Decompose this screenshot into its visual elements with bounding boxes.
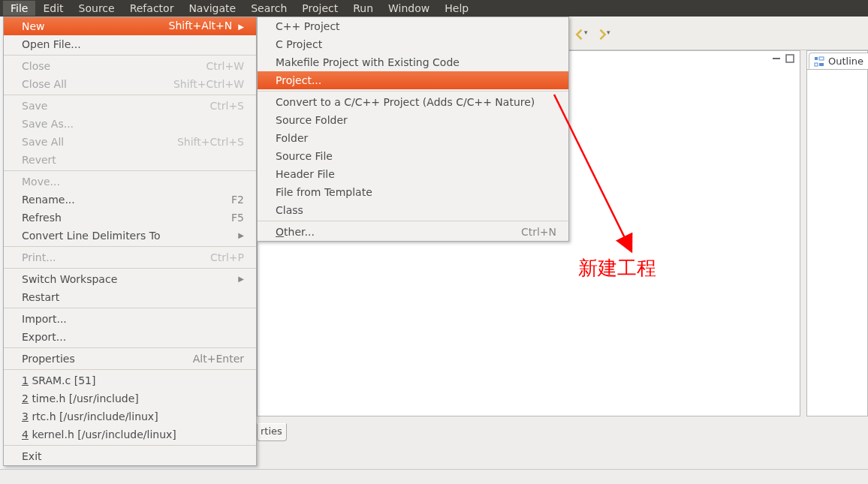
menu-separator	[4, 347, 256, 348]
file-import[interactable]: Import...	[4, 310, 256, 328]
file-new[interactable]: New Shift+Alt+N▶	[4, 17, 256, 35]
new-submenu: C++ Project C Project Makefile Project w…	[257, 17, 569, 242]
menu-separator	[4, 445, 256, 446]
menu-window[interactable]: Window	[381, 1, 437, 16]
svg-rect-1	[786, 55, 794, 62]
menu-separator	[4, 268, 256, 269]
outline-panel: Outline	[806, 50, 868, 416]
file-move[interactable]: Move...	[4, 173, 256, 191]
file-print[interactable]: Print...Ctrl+P	[4, 248, 256, 266]
submenu-arrow-icon: ▶	[238, 227, 244, 245]
menu-project[interactable]: Project	[294, 1, 345, 16]
new-other[interactable]: Other... Ctrl+N	[258, 223, 568, 241]
file-refresh[interactable]: RefreshF5	[4, 209, 256, 227]
file-restart[interactable]: Restart	[4, 288, 256, 306]
file-rename[interactable]: Rename...F2	[4, 191, 256, 209]
menu-run[interactable]: Run	[345, 1, 381, 16]
menubar: File Edit Source Refactor Navigate Searc…	[0, 0, 868, 17]
toolbar-back-icon[interactable]: ▾	[572, 27, 587, 39]
file-recent-3[interactable]: 4 kernel.h [/usr/include/linux]	[4, 425, 256, 443]
file-revert[interactable]: Revert	[4, 151, 256, 169]
menu-separator	[258, 221, 568, 221]
file-recent-1[interactable]: 2 time.h [/usr/include]	[4, 389, 256, 407]
file-properties[interactable]: PropertiesAlt+Enter	[4, 350, 256, 368]
file-recent-2[interactable]: 3 rtc.h [/usr/include/linux]	[4, 407, 256, 425]
status-bar	[0, 469, 868, 484]
new-makefile-project[interactable]: Makefile Project with Existing Code	[258, 53, 568, 71]
menu-file[interactable]: File	[3, 1, 35, 16]
svg-rect-3	[819, 57, 824, 60]
outline-tab-label: Outline	[828, 56, 863, 67]
file-close[interactable]: CloseCtrl+W	[4, 57, 256, 75]
toolbar-forward-icon[interactable]: ▾	[595, 27, 610, 39]
new-source-folder[interactable]: Source Folder	[258, 111, 568, 129]
file-new-label: New	[22, 17, 45, 35]
new-cpp-project[interactable]: C++ Project	[258, 17, 568, 35]
file-exit[interactable]: Exit	[4, 447, 256, 465]
svg-rect-4	[815, 63, 818, 66]
new-convert-to-cpp[interactable]: Convert to a C/C++ Project (Adds C/C++ N…	[258, 93, 568, 111]
new-header-file[interactable]: Header File	[258, 165, 568, 183]
file-save-all[interactable]: Save AllShift+Ctrl+S	[4, 133, 256, 151]
new-file-from-template[interactable]: File from Template	[258, 183, 568, 201]
file-save[interactable]: SaveCtrl+S	[4, 97, 256, 115]
new-c-project[interactable]: C Project	[258, 35, 568, 53]
menu-separator	[4, 170, 256, 171]
file-switch-workspace[interactable]: Switch Workspace▶	[4, 270, 256, 288]
submenu-arrow-icon: ▶	[238, 270, 244, 288]
file-open-file[interactable]: Open File...	[4, 35, 256, 53]
menu-edit[interactable]: Edit	[35, 1, 71, 16]
svg-rect-5	[819, 63, 824, 66]
outline-icon	[814, 56, 824, 67]
menu-help[interactable]: Help	[437, 1, 476, 16]
new-source-file[interactable]: Source File	[258, 147, 568, 165]
menu-refactor[interactable]: Refactor	[122, 1, 182, 16]
svg-rect-0	[773, 58, 780, 59]
properties-tab-partial[interactable]: rties	[257, 423, 287, 441]
new-project[interactable]: Project...	[258, 71, 568, 89]
file-save-as[interactable]: Save As...	[4, 115, 256, 133]
menu-search[interactable]: Search	[243, 1, 294, 16]
menu-separator	[258, 91, 568, 92]
new-folder[interactable]: Folder	[258, 129, 568, 147]
menu-separator	[4, 369, 256, 370]
maximize-panel-icon[interactable]	[785, 53, 795, 66]
file-new-shortcut: Shift+Alt+N	[169, 20, 233, 32]
menu-source[interactable]: Source	[71, 1, 122, 16]
minimize-panel-icon[interactable]	[771, 53, 782, 66]
file-close-all[interactable]: Close AllShift+Ctrl+W	[4, 75, 256, 93]
menu-separator	[4, 246, 256, 247]
file-recent-0[interactable]: 1 SRAM.c [51]	[4, 371, 256, 389]
menu-separator	[4, 55, 256, 56]
outline-tab[interactable]: Outline	[809, 53, 868, 69]
svg-rect-2	[815, 57, 818, 60]
menu-separator	[4, 95, 256, 95]
menu-separator	[4, 308, 256, 308]
menu-navigate[interactable]: Navigate	[181, 1, 243, 16]
file-export[interactable]: Export...	[4, 328, 256, 346]
file-menu: New Shift+Alt+N▶ Open File... CloseCtrl+…	[3, 17, 257, 466]
new-class[interactable]: Class	[258, 201, 568, 219]
file-convert-delimiters[interactable]: Convert Line Delimiters To▶	[4, 227, 256, 245]
submenu-arrow-icon: ▶	[238, 23, 244, 31]
